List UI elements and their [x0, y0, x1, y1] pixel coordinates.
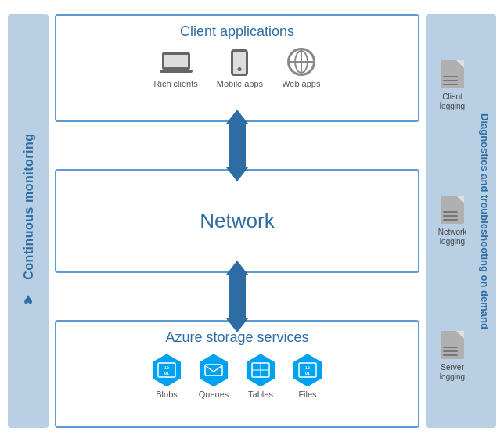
client-apps-box: Client applications Rich clients Mobile … [55, 14, 419, 122]
network-box: Network [55, 169, 419, 274]
arrow-up-1 [226, 110, 248, 124]
server-logging-label: Serverlogging [440, 363, 465, 382]
doc-line [443, 347, 458, 348]
svg-text:10: 10 [164, 365, 169, 370]
queues-label: Queues [199, 390, 229, 399]
files-label: Files [298, 390, 316, 399]
center-content: Client applications Rich clients Mobile … [55, 14, 419, 428]
doc-lines-server [443, 347, 462, 356]
tables-shape [244, 354, 277, 386]
continuous-monitoring-text: Continuous monitoring [21, 134, 35, 280]
azure-storage-box: Azure storage services 10 01 Blobs [55, 320, 419, 428]
network-logging-icon [441, 196, 464, 224]
server-logging-icon [441, 331, 464, 359]
globe-arc [294, 50, 308, 74]
arrow-connector-1 [55, 122, 419, 169]
continuous-monitoring-label: ♥ Continuous monitoring [20, 134, 38, 309]
laptop-base [160, 70, 193, 73]
client-apps-icons: Rich clients Mobile apps [66, 48, 409, 88]
rich-clients-item: Rich clients [154, 52, 198, 88]
arrow-down-2 [226, 318, 248, 332]
laptop-screen [162, 52, 190, 70]
doc-line [443, 219, 458, 221]
client-logging-item: Clientlogging [440, 60, 465, 111]
doc-line [443, 211, 458, 213]
web-apps-item: Web apps [282, 48, 320, 88]
arrow-shaft-1 [229, 122, 246, 169]
globe-icon [287, 48, 315, 76]
blobs-shape: 10 01 [150, 354, 183, 386]
diagnostics-label: Diagnostics and troubleshooting on deman… [476, 14, 493, 428]
mobile-apps-label: Mobile apps [217, 79, 263, 88]
right-sidebar: Clientlogging Networklogging [426, 14, 496, 428]
queues-item: Queues [197, 354, 230, 399]
arrow-shaft-2 [229, 273, 246, 320]
right-icons-col: Clientlogging Networklogging [438, 25, 467, 417]
arrow-connector-2 [55, 273, 419, 320]
client-logging-icon [441, 60, 464, 88]
svg-text:01: 01 [305, 371, 310, 376]
client-apps-title: Client applications [66, 23, 409, 40]
main-wrapper: ♥ Continuous monitoring Client applicati… [0, 0, 504, 442]
doc-lines-client [443, 76, 462, 85]
doc-line [443, 76, 458, 77]
laptop-icon [160, 52, 193, 76]
rich-clients-label: Rich clients [154, 79, 198, 88]
queues-hex [197, 354, 230, 386]
server-logging-item: Serverlogging [440, 331, 465, 382]
arrow-up-2 [226, 261, 248, 275]
network-logging-label: Networklogging [438, 228, 467, 246]
doc-lines-network [443, 211, 462, 221]
doc-line [443, 350, 458, 352]
web-apps-label: Web apps [282, 79, 320, 88]
mobile-dot [238, 67, 242, 71]
blobs-item: 10 01 Blobs [150, 354, 183, 399]
diagnostics-text: Diagnostics and troubleshooting on deman… [479, 113, 491, 329]
network-title: Network [200, 209, 274, 233]
globe-inner [290, 50, 313, 74]
client-logging-label: Clientlogging [440, 92, 465, 111]
files-hex: 10 01 [291, 354, 324, 386]
blobs-label: Blobs [156, 390, 178, 399]
tables-item: Tables [244, 354, 277, 399]
azure-storage-icons: 10 01 Blobs [66, 354, 409, 399]
heart-icon: ♥ [20, 291, 38, 309]
svg-rect-3 [205, 365, 222, 376]
doc-line [443, 215, 458, 217]
svg-text:01: 01 [164, 371, 169, 376]
blobs-hex: 10 01 [150, 354, 183, 386]
tables-label: Tables [248, 390, 273, 399]
doc-line [443, 84, 458, 85]
files-shape: 10 01 [291, 354, 324, 386]
arrow-down-1 [226, 167, 248, 181]
mobile-apps-item: Mobile apps [217, 49, 263, 88]
doc-line [443, 354, 458, 356]
files-item: 10 01 Files [291, 354, 324, 399]
svg-text:10: 10 [305, 365, 310, 370]
queues-shape [197, 354, 230, 386]
mobile-icon [231, 49, 248, 76]
tables-hex [244, 354, 277, 386]
network-logging-item: Networklogging [438, 196, 467, 246]
left-sidebar: ♥ Continuous monitoring [8, 14, 49, 428]
doc-line [443, 80, 458, 81]
